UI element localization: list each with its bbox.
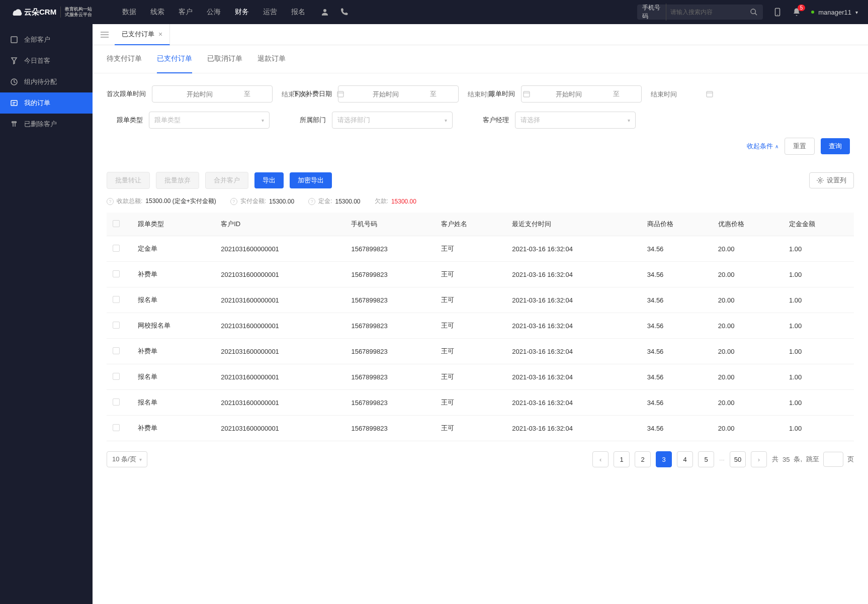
sidebar-item[interactable]: 全部客户 xyxy=(0,29,93,50)
nav-item[interactable]: 客户 xyxy=(179,8,193,17)
table-row[interactable]: 补费单20210316000000011567899823王可2021-03-1… xyxy=(107,262,854,287)
row-checkbox[interactable] xyxy=(113,245,120,252)
reset-button[interactable]: 重置 xyxy=(785,138,815,155)
select-all-checkbox[interactable] xyxy=(113,220,120,227)
deposit-value: 15300.00 xyxy=(335,198,360,205)
merge-customer-button[interactable]: 合并客户 xyxy=(205,172,248,189)
prev-page-button[interactable]: ‹ xyxy=(592,451,609,467)
cell: 20.00 xyxy=(712,416,783,441)
nav-item[interactable]: 运营 xyxy=(263,8,277,17)
chevron-up-icon: ∧ xyxy=(775,144,778,149)
follow-type-select[interactable]: 跟单类型 ▾ xyxy=(149,112,270,129)
user-menu[interactable]: manager11 ▾ xyxy=(811,9,858,16)
help-icon[interactable]: ? xyxy=(230,198,237,205)
column-header: 定金金额 xyxy=(783,213,854,236)
follow-time-date-range[interactable]: 至 xyxy=(521,85,642,103)
svg-point-16 xyxy=(819,179,821,181)
search-box: 手机号码 xyxy=(637,5,763,20)
collapse-filter-link[interactable]: 收起条件 ∧ xyxy=(747,142,778,151)
table-row[interactable]: 报名单20210316000000011567899823王可2021-03-1… xyxy=(107,390,854,416)
query-button[interactable]: 查询 xyxy=(821,138,850,154)
sidebar-item[interactable]: 今日首客 xyxy=(0,50,93,71)
page-jump-input[interactable] xyxy=(823,452,843,467)
row-checkbox[interactable] xyxy=(113,424,120,431)
row-checkbox[interactable] xyxy=(113,347,120,354)
sub-tab[interactable]: 已取消订单 xyxy=(207,45,242,73)
end-date-input[interactable] xyxy=(622,90,706,98)
filter-panel: 首次跟单时间 至 下次补费日期 至 跟单时间 xyxy=(93,73,868,163)
cell: 34.56 xyxy=(641,390,712,416)
user-icon[interactable] xyxy=(320,8,329,17)
cell: 王可 xyxy=(435,313,506,339)
nav-item[interactable]: 公海 xyxy=(207,8,221,17)
dept-select[interactable]: 请选择部门 ▾ xyxy=(332,112,453,129)
close-icon[interactable]: × xyxy=(158,30,162,38)
chevron-down-icon: ▾ xyxy=(445,118,447,123)
help-icon[interactable]: ? xyxy=(308,198,315,205)
sidebar-item[interactable]: 组内待分配 xyxy=(0,71,93,92)
page-size-select[interactable]: 10 条/页 ▾ xyxy=(107,451,147,467)
cell: 1.00 xyxy=(783,339,854,364)
toolbar: 批量转让 批量放弃 合并客户 导出 加密导出 设置列 xyxy=(93,163,868,194)
row-checkbox[interactable] xyxy=(113,270,120,277)
row-checkbox[interactable] xyxy=(113,373,120,380)
main-content: 已支付订单 × 待支付订单已支付订单已取消订单退款订单 首次跟单时间 至 下次补… xyxy=(93,24,868,604)
cell: 王可 xyxy=(435,364,506,390)
nav-item[interactable]: 数据 xyxy=(122,8,136,17)
next-page-button[interactable]: › xyxy=(751,451,767,467)
column-settings-button[interactable]: 设置列 xyxy=(809,172,854,188)
sub-tab[interactable]: 待支付订单 xyxy=(107,45,142,73)
table-row[interactable]: 网校报名单20210316000000011567899823王可2021-03… xyxy=(107,313,854,339)
search-type-select[interactable]: 手机号码 xyxy=(642,4,666,21)
collapse-sidebar-icon[interactable] xyxy=(101,31,109,38)
page-button[interactable]: 1 xyxy=(614,451,630,467)
logo[interactable]: 云朵CRM 教育机构一站 式服务云平台 xyxy=(10,6,92,18)
table-row[interactable]: 报名单20210316000000011567899823王可2021-03-1… xyxy=(107,287,854,313)
export-button[interactable]: 导出 xyxy=(254,172,284,188)
nav-item[interactable]: 线索 xyxy=(150,8,164,17)
start-date-input[interactable] xyxy=(527,90,611,98)
help-icon[interactable]: ? xyxy=(107,198,114,205)
phone-icon[interactable] xyxy=(339,8,349,17)
row-checkbox[interactable] xyxy=(113,322,120,329)
ellipsis-icon: ··· xyxy=(719,456,725,463)
page-button[interactable]: 4 xyxy=(677,451,693,467)
row-checkbox[interactable] xyxy=(113,398,120,406)
next-fee-date-range[interactable]: 至 xyxy=(338,85,459,103)
chevron-down-icon: ▾ xyxy=(139,457,142,462)
sub-tab[interactable]: 退款订单 xyxy=(257,45,286,73)
cell: 2021-03-16 16:32:04 xyxy=(506,390,641,416)
manager-select[interactable]: 请选择 ▾ xyxy=(515,112,636,129)
cell: 1.00 xyxy=(783,262,854,287)
batch-abandon-button[interactable]: 批量放弃 xyxy=(156,172,199,189)
sidebar-item[interactable]: 已删除客户 xyxy=(0,114,93,135)
sidebar-label: 组内待分配 xyxy=(24,77,57,86)
encrypt-export-button[interactable]: 加密导出 xyxy=(290,172,332,188)
mobile-icon[interactable] xyxy=(773,7,782,18)
batch-transfer-button[interactable]: 批量转让 xyxy=(107,172,150,189)
first-follow-date-range[interactable]: 至 xyxy=(152,85,273,103)
page-button[interactable]: 3 xyxy=(656,451,672,467)
table-row[interactable]: 补费单20210316000000011567899823王可2021-03-1… xyxy=(107,339,854,364)
nav-item[interactable]: 报名 xyxy=(291,8,305,17)
filter-label: 下次补费日期 xyxy=(293,89,332,98)
sidebar-label: 我的订单 xyxy=(24,98,50,108)
search-icon[interactable] xyxy=(750,8,758,16)
sub-tab[interactable]: 已支付订单 xyxy=(157,45,192,73)
chevron-down-icon: ▾ xyxy=(628,118,630,123)
bell-icon[interactable]: 5 xyxy=(792,8,801,17)
nav-item[interactable]: 财务 xyxy=(235,8,249,17)
table-row[interactable]: 报名单20210316000000011567899823王可2021-03-1… xyxy=(107,364,854,390)
search-input[interactable] xyxy=(666,9,750,16)
row-checkbox[interactable] xyxy=(113,296,120,303)
table-row[interactable]: 定金单20210316000000011567899823王可2021-03-1… xyxy=(107,236,854,262)
sidebar-item[interactable]: 我的订单 xyxy=(0,92,93,114)
page-button[interactable]: 2 xyxy=(635,451,651,467)
last-page-button[interactable]: 50 xyxy=(730,451,746,467)
start-date-input[interactable] xyxy=(343,90,428,98)
tab-paid-orders[interactable]: 已支付订单 × xyxy=(115,24,170,45)
cell: 王可 xyxy=(435,287,506,313)
page-button[interactable]: 5 xyxy=(698,451,714,467)
table-row[interactable]: 补费单20210316000000011567899823王可2021-03-1… xyxy=(107,416,854,441)
start-date-input[interactable] xyxy=(157,90,242,98)
